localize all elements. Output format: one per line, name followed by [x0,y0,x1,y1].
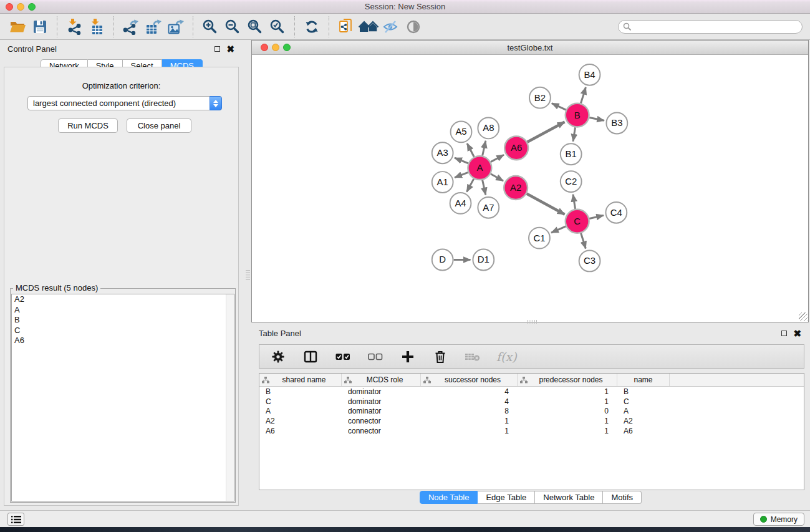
table-row[interactable]: A6 connector 1 1 A6 [259,426,804,436]
tab-edge-table[interactable]: Edge Table [478,491,535,504]
select-all-button[interactable] [334,348,352,365]
zoom-out-button[interactable] [221,16,244,37]
result-item[interactable]: A6 [12,336,234,346]
table-panel: Table Panel ✖ [251,324,810,510]
export-image-icon [167,19,185,35]
column-header-mcds-role[interactable]: MCDS role [342,374,421,386]
graph-edge-C-C4[interactable] [589,215,604,218]
float-panel-icon[interactable] [215,46,220,52]
export-image-button[interactable] [165,16,187,37]
toolbar-separator [193,16,193,37]
show-graphics-details-button[interactable] [402,16,425,37]
graph-edge-B-B2[interactable] [552,104,566,110]
column-header-predecessor-nodes[interactable]: predecessor nodes [518,374,617,386]
import-network-icon [66,19,82,35]
export-table-button[interactable] [142,16,165,37]
gear-icon [271,349,286,364]
result-scrollbar[interactable] [226,294,234,501]
graph-node-label-A7: A7 [483,202,494,213]
zoom-in-button[interactable] [199,16,221,37]
save-session-button[interactable] [29,16,51,37]
graph-edge-A-A5[interactable] [467,143,474,157]
table-row[interactable]: C dominator 4 1 C [259,397,804,407]
mcds-result-list[interactable]: A2 A B C A6 [11,294,234,501]
graph-edge-C-C2[interactable] [573,195,576,209]
graph-edge-A-A1[interactable] [455,172,468,177]
graph-edge-B-B1[interactable] [573,127,576,141]
optimization-criterion-select[interactable]: largest connected component (directed) [27,96,222,110]
hide-graphics-details-button[interactable] [380,16,402,37]
graph-node-label-B2: B2 [534,92,546,103]
export-network-button[interactable] [120,16,142,37]
tab-network-table[interactable]: Network Table [535,491,603,504]
network-canvas[interactable]: AA1A2A3A4A5A6A7A8BB1B2B3B4CC1C2C3C4DD1 [252,56,808,322]
share-document-button[interactable] [335,16,357,37]
graph-edge-B-B3[interactable] [589,118,604,121]
result-item[interactable]: A2 [12,294,234,305]
column-header-successor-nodes[interactable]: successor nodes [421,374,518,386]
table-settings-button[interactable] [269,348,287,365]
zoom-fit-icon [247,19,263,35]
graph-edge-C-C1[interactable] [551,226,566,233]
graph-node-label-A6: A6 [511,142,522,153]
deselect-all-button[interactable] [367,348,384,365]
home-views-button[interactable] [357,16,380,37]
open-session-button[interactable] [6,16,29,37]
table-panel-title: Table Panel [259,329,301,338]
table-row[interactable]: A dominator 8 0 A [259,407,804,417]
graph-edge-A6-B[interactable] [528,122,565,142]
graph-edge-A2-C[interactable] [527,194,565,215]
graph-edge-A-A6[interactable] [491,155,504,162]
graph-edge-C-C3[interactable] [581,233,586,249]
tab-motifs[interactable]: Motifs [603,491,642,504]
window-resize-grip[interactable] [799,312,808,321]
result-item[interactable]: B [12,315,234,326]
memory-button[interactable]: Memory [753,513,804,526]
vertical-splitter-grip[interactable] [246,270,250,280]
main-toolbar [0,14,810,40]
node-table[interactable]: shared name MCDS role successor nodes [259,373,804,490]
close-panel-icon[interactable]: ✖ [226,46,234,52]
zoom-fit-button[interactable] [244,16,266,37]
desktop-background [0,527,810,532]
result-item[interactable]: C [12,326,234,336]
column-header-name[interactable]: name [617,374,670,386]
graph-node-label-D1: D1 [478,254,489,264]
graph-node-label-A1: A1 [437,177,448,187]
float-table-panel-icon[interactable] [781,331,787,336]
column-header-filler [670,374,804,386]
import-network-button[interactable] [63,16,85,37]
graph-node-label-D: D [439,254,446,264]
delete-column-button[interactable] [432,348,449,365]
graph-edge-B-B4[interactable] [581,87,586,104]
network-graph[interactable]: AA1A2A3A4A5A6A7A8BB1B2B3B4CC1C2C3C4DD1 [252,56,808,322]
add-column-button[interactable] [399,348,417,365]
refresh-view-button[interactable] [301,16,323,37]
delete-table-icon [465,350,481,364]
search-field[interactable] [618,20,803,34]
table-row[interactable]: A2 connector 1 1 A2 [259,416,804,426]
import-table-button[interactable] [85,16,108,37]
search-input[interactable] [632,22,798,31]
graph-edge-A-A2[interactable] [491,174,503,181]
result-item[interactable]: A [12,305,234,316]
column-header-shared-name[interactable]: shared name [259,374,342,386]
table-row[interactable]: B dominator 4 1 B [259,387,804,397]
close-panel-button[interactable]: Close panel [127,118,191,133]
close-table-panel-icon[interactable]: ✖ [793,331,801,336]
horizontal-splitter-grip[interactable] [527,320,537,324]
unchecked-boxes-icon [368,349,383,364]
task-history-button[interactable] [7,513,24,526]
graph-edge-A-A8[interactable] [483,141,486,156]
graph-edge-A-A3[interactable] [455,158,468,163]
graph-edge-A-A4[interactable] [467,179,474,192]
tab-node-table[interactable]: Node Table [420,491,478,504]
import-table-icon [89,19,105,35]
optimization-criterion-label: Optimization criterion: [4,81,238,90]
function-builder-button-disabled: f(x) [496,350,517,364]
toolbar-separator [329,16,329,37]
zoom-selected-button[interactable] [266,16,289,37]
graph-edge-A-A7[interactable] [483,180,486,195]
show-columns-button[interactable] [302,348,319,365]
run-mcds-button[interactable]: Run MCDS [58,118,118,133]
